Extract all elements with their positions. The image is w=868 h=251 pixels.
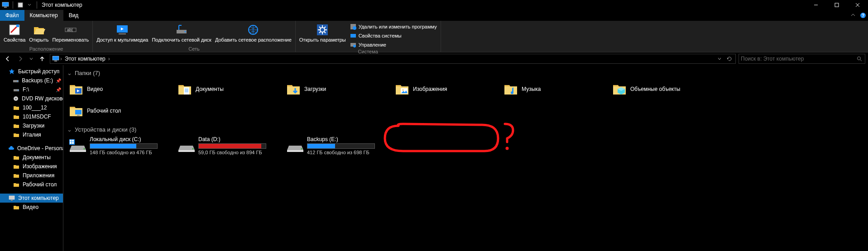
svg-marker-36 — [727, 58, 729, 60]
svg-rect-4 — [835, 3, 839, 7]
properties-button[interactable]: Свойства — [2, 22, 27, 46]
sidebar-item-label: Загрузки — [23, 123, 44, 129]
drive-usage-bar — [90, 143, 158, 149]
svg-rect-2 — [18, 3, 23, 7]
search-input[interactable] — [741, 56, 856, 62]
drive-item[interactable]: Data (D:)59,0 ГБ свободно из 894 ГБ — [176, 136, 280, 156]
qat-dropdown-icon[interactable] — [26, 1, 33, 9]
ribbon-tabs: Файл Компьютер Вид ? — [0, 10, 868, 21]
svg-rect-1 — [4, 7, 7, 8]
nav-back-button[interactable] — [3, 54, 13, 64]
sidebar-item[interactable]: F:\📌 — [0, 85, 63, 94]
folder-label: Загрузки — [304, 86, 326, 92]
drive-icon — [13, 77, 19, 84]
drive-info: Data (D:)59,0 ГБ свободно из 894 ГБ — [198, 136, 275, 155]
sidebar-item-label: Приложения — [23, 172, 54, 179]
folder-icon — [13, 131, 20, 138]
open-settings-label: Открыть параметры — [299, 37, 346, 43]
chevron-down-icon: ⌄ — [67, 70, 72, 76]
drive-usage-bar — [198, 143, 266, 149]
close-button[interactable] — [847, 0, 868, 10]
chevron-right-icon[interactable]: › — [108, 56, 110, 62]
tab-computer[interactable]: Компьютер — [24, 10, 63, 21]
sidebar-item[interactable]: DVD RW дисковод📌 — [0, 94, 63, 103]
main-content[interactable]: ⌄ Папки (7) ВидеоДокументыЗагрузкиИзобра… — [63, 65, 868, 251]
sidebar-item[interactable]: Рабочий стол — [0, 180, 63, 189]
sidebar-quick-access[interactable]: Быстрый доступ — [0, 67, 63, 76]
breadcrumb-dropdown[interactable] — [715, 56, 724, 62]
sidebar-item[interactable]: 100___12 — [0, 103, 63, 112]
sidebar-item[interactable]: Backups (E:)📌 — [0, 76, 63, 85]
tab-file[interactable]: Файл — [0, 10, 24, 21]
nav-refresh-button[interactable] — [724, 56, 734, 62]
qat-properties-icon[interactable] — [17, 1, 24, 9]
svg-text:?: ? — [862, 13, 864, 18]
svg-rect-58 — [70, 150, 86, 152]
open-settings-button[interactable]: Открыть параметры — [297, 22, 348, 46]
sidebar-onedrive[interactable]: OneDrive - Personal — [0, 144, 63, 153]
manage-button[interactable]: Управление — [348, 41, 439, 49]
add-location-button[interactable]: Добавить сетевое расположение — [213, 22, 293, 46]
sidebar-item[interactable]: Загрузки — [0, 121, 63, 130]
nav-bar: › Этот компьютер › — [0, 52, 868, 65]
section-drives-header[interactable]: ⌄ Устройства и диски (3) — [67, 126, 864, 133]
folder-item[interactable]: Видео — [67, 79, 171, 99]
drive-item[interactable]: Backups (E:)412 ГБ свободно из 698 ГБ — [284, 136, 388, 156]
sidebar-item-label: DVD RW дисковод — [22, 95, 63, 102]
uninstall-button[interactable]: Удалить или изменить программу — [348, 23, 439, 31]
ribbon-collapse-button[interactable] — [848, 10, 858, 21]
search-icon[interactable] — [856, 56, 863, 62]
pin-icon: 📌 — [56, 87, 61, 92]
folder-item[interactable]: Музыка — [502, 79, 606, 99]
drive-usage-bar — [307, 143, 375, 149]
help-button[interactable]: ? — [858, 10, 868, 21]
folder-item[interactable]: Изображения — [393, 79, 497, 99]
sidebar-this-pc[interactable]: Этот компьютер — [0, 194, 63, 203]
tab-view[interactable]: Вид — [63, 10, 84, 21]
drive-free-text: 59,0 ГБ свободно из 894 ГБ — [198, 150, 275, 155]
folder-item[interactable]: Загрузки — [284, 79, 388, 99]
folder-icon — [13, 163, 20, 170]
media-access-button[interactable]: Доступ к мультимедиа — [95, 22, 150, 46]
pc-icon — [51, 54, 60, 63]
system-properties-button[interactable]: Свойства системы — [348, 32, 439, 40]
svg-rect-31 — [350, 34, 356, 38]
uninstall-label: Удалить или изменить программу — [359, 24, 437, 29]
nav-up-button[interactable] — [37, 54, 47, 64]
map-drive-button[interactable]: Подключить сетевой диск — [150, 22, 213, 46]
maximize-button[interactable] — [826, 0, 847, 10]
sidebar-item[interactable]: Изображения — [0, 162, 63, 171]
sidebar-quick-access-label: Быстрый доступ — [18, 68, 59, 75]
sidebar-item[interactable]: Документы — [0, 153, 63, 162]
svg-point-59 — [84, 148, 85, 150]
section-folders-label: Папки (7) — [75, 70, 100, 76]
chevron-down-icon: ⌄ — [67, 126, 72, 133]
drive-item[interactable]: Локальный диск (C:)148 ГБ свободно из 47… — [67, 136, 171, 156]
sidebar-tree[interactable]: Быстрый доступ Backups (E:)📌F:\📌DVD RW д… — [0, 65, 63, 251]
sidebar-item-label: Рабочий стол — [23, 181, 57, 188]
svg-rect-56 — [75, 110, 82, 114]
minimize-button[interactable] — [806, 0, 826, 10]
drive-info: Backups (E:)412 ГБ свободно из 698 ГБ — [307, 136, 384, 155]
breadcrumb-root[interactable]: Этот компьютер — [62, 56, 108, 62]
breadcrumb[interactable]: › Этот компьютер › — [50, 54, 736, 64]
sidebar-item-label: F:\ — [23, 86, 29, 93]
folder-item[interactable]: Документы — [176, 79, 280, 99]
sidebar-item[interactable]: 101MSDCF — [0, 112, 63, 121]
rename-button[interactable]: ab| Переименовать — [51, 22, 91, 46]
folder-icon — [69, 104, 83, 118]
folder-icon — [13, 181, 20, 188]
open-button[interactable]: Открыть — [27, 22, 50, 46]
folder-item[interactable]: Рабочий стол — [67, 101, 171, 121]
folder-item[interactable]: Объемные объекты — [610, 79, 715, 99]
folder-icon — [13, 154, 20, 161]
folder-icon — [13, 172, 20, 179]
sidebar-item[interactable]: Приложения — [0, 171, 63, 180]
nav-forward-button[interactable] — [15, 54, 25, 64]
sidebar-item[interactable]: Италия — [0, 130, 63, 139]
nav-history-button[interactable] — [28, 54, 34, 64]
svg-rect-65 — [178, 150, 195, 152]
sidebar-item-videos[interactable]: Видео — [0, 203, 63, 212]
search-box[interactable] — [739, 54, 865, 64]
section-folders-header[interactable]: ⌄ Папки (7) — [67, 70, 864, 76]
